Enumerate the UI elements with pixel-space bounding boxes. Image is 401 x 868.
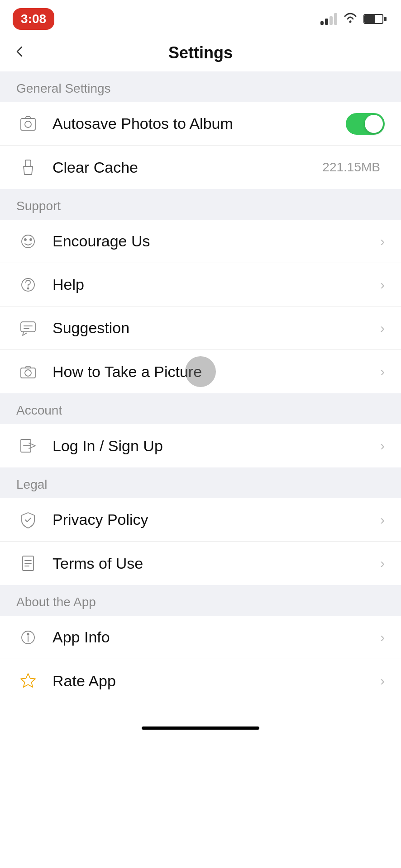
chevron-icon: ›: [380, 364, 385, 379]
section-general: General Settings Autosave Photos to Albu…: [0, 71, 401, 189]
page-title: Settings: [168, 43, 233, 62]
status-icons: [320, 12, 387, 27]
section-header-support: Support: [0, 189, 401, 220]
svg-point-7: [30, 239, 32, 241]
chevron-icon: ›: [380, 512, 385, 528]
rate-app-label: Rate App: [53, 672, 377, 690]
login-signup-item[interactable]: Log In / Sign Up ›: [0, 424, 401, 467]
section-header-legal: Legal: [0, 467, 401, 498]
app-info-label: App Info: [53, 628, 377, 646]
account-group: Log In / Sign Up ›: [0, 424, 401, 467]
svg-point-23: [27, 633, 29, 635]
encourage-us-label: Encourage Us: [53, 232, 377, 250]
privacy-policy-item[interactable]: Privacy Policy ›: [0, 498, 401, 542]
suggestion-label: Suggestion: [53, 319, 377, 337]
how-to-picture-label: How to Take a Picture: [53, 363, 377, 381]
clear-cache-item[interactable]: Clear Cache 221.15MB: [0, 146, 401, 189]
svg-marker-24: [21, 674, 35, 687]
smile-icon: [16, 230, 40, 253]
home-indicator: [142, 726, 259, 730]
help-label: Help: [53, 276, 377, 293]
toggle-knob: [365, 115, 383, 133]
chevron-icon: ›: [380, 673, 385, 689]
svg-point-9: [28, 288, 29, 289]
legal-group: Privacy Policy › Terms of Use ›: [0, 498, 401, 585]
svg-point-5: [22, 235, 34, 248]
signal-icon: [320, 13, 337, 25]
general-settings-group: Autosave Photos to Album Clear Cache 221…: [0, 102, 401, 189]
rate-app-item[interactable]: Rate App ›: [0, 659, 401, 703]
chevron-icon: ›: [380, 277, 385, 292]
svg-point-14: [25, 370, 31, 376]
support-group: Encourage Us › Help ›: [0, 220, 401, 393]
star-icon: [16, 669, 40, 693]
login-signup-label: Log In / Sign Up: [53, 437, 377, 455]
terms-of-use-label: Terms of Use: [53, 555, 377, 572]
how-to-picture-item[interactable]: How to Take a Picture ›: [0, 350, 401, 393]
back-button[interactable]: [14, 45, 26, 61]
section-support: Support Encourage Us ›: [0, 189, 401, 393]
section-account: Account Log In / Sign Up ›: [0, 393, 401, 467]
status-time: 3:08: [13, 8, 54, 30]
section-header-about: About the App: [0, 585, 401, 616]
autosave-label: Autosave Photos to Album: [53, 115, 346, 132]
camera-icon: [16, 360, 40, 383]
suggestion-item[interactable]: Suggestion ›: [0, 307, 401, 350]
clear-cache-label: Clear Cache: [53, 159, 322, 176]
help-item[interactable]: Help ›: [0, 263, 401, 307]
svg-point-6: [24, 239, 26, 241]
question-icon: [16, 273, 40, 297]
autosave-toggle[interactable]: [346, 113, 385, 135]
chevron-icon: ›: [380, 234, 385, 249]
login-icon: [16, 434, 40, 458]
app-info-item[interactable]: App Info ›: [0, 616, 401, 659]
svg-point-2: [25, 121, 31, 127]
section-header-general: General Settings: [0, 71, 401, 102]
section-legal: Legal Privacy Policy › T: [0, 467, 401, 585]
autosave-photos-item[interactable]: Autosave Photos to Album: [0, 102, 401, 146]
shield-icon: [16, 508, 40, 532]
chevron-icon: ›: [380, 556, 385, 571]
chevron-icon: ›: [380, 438, 385, 453]
privacy-policy-label: Privacy Policy: [53, 511, 377, 528]
terms-of-use-item[interactable]: Terms of Use ›: [0, 542, 401, 585]
home-indicator-area: [0, 703, 401, 739]
wifi-icon: [343, 12, 358, 27]
status-bar: 3:08: [0, 0, 401, 34]
chevron-icon: ›: [380, 630, 385, 645]
photo-icon: [16, 112, 40, 136]
svg-point-0: [349, 20, 352, 23]
svg-rect-10: [21, 322, 35, 332]
cache-size: 221.15MB: [322, 160, 380, 175]
about-group: App Info › Rate App ›: [0, 616, 401, 703]
svg-rect-1: [21, 118, 35, 130]
document-icon: [16, 552, 40, 575]
svg-rect-3: [25, 160, 31, 166]
section-about: About the App App Info › Rate App ›: [0, 585, 401, 703]
section-header-account: Account: [0, 393, 401, 424]
info-circle-icon: [16, 626, 40, 649]
chevron-icon: ›: [380, 321, 385, 336]
page-header: Settings: [0, 34, 401, 71]
chat-icon: [16, 316, 40, 340]
battery-icon: [363, 14, 387, 24]
encourage-us-item[interactable]: Encourage Us ›: [0, 220, 401, 263]
broom-icon: [16, 156, 40, 179]
